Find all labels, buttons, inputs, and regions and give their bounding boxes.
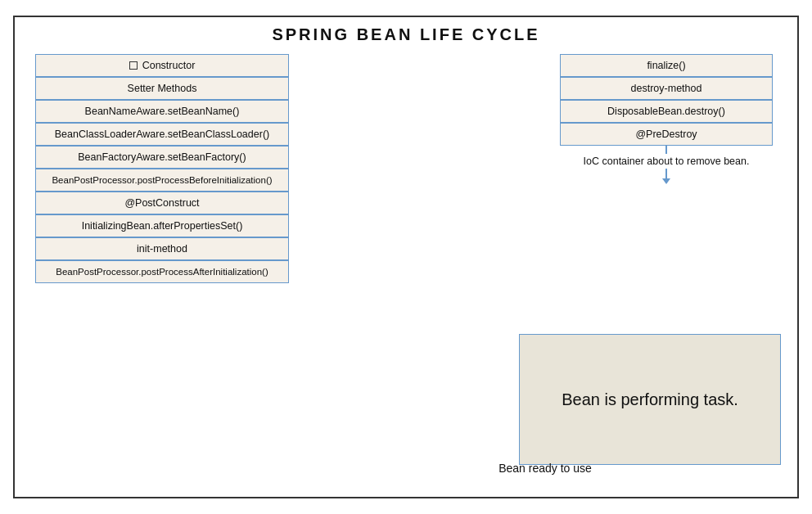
step-destroy-method: destroy-method	[560, 77, 773, 100]
right-steps: finalize() destroy-method DisposableBean…	[560, 54, 773, 184]
ioc-label: IoC container about to remove bean.	[560, 154, 773, 169]
step-init-method: init-method	[35, 237, 289, 260]
step-predestroy: @PreDestroy	[560, 123, 773, 146]
right-column: finalize() destroy-method DisposableBean…	[301, 54, 789, 481]
step-setter: Setter Methods	[35, 77, 289, 100]
left-column: Constructor Setter Methods BeanNameAware…	[23, 54, 301, 481]
diagram-title: SPRING BEAN LIFE CYCLE	[23, 25, 789, 44]
step-beanfactory: BeanFactoryAware.setBeanFactory()	[35, 146, 289, 169]
step-postafter: BeanPostProcessor.postProcessAfterInitia…	[35, 260, 289, 283]
step-constructor: Constructor	[35, 54, 289, 77]
step-finalize: finalize()	[560, 54, 773, 77]
diagram-container: SPRING BEAN LIFE CYCLE Constructor Sette…	[13, 16, 799, 498]
bean-task-box: Bean is performing task.	[519, 334, 781, 465]
step-postbefore: BeanPostProcessor.postProcessBeforeIniti…	[35, 169, 289, 192]
constructor-icon	[129, 61, 138, 70]
bean-ready-label: Bean ready to use	[498, 462, 592, 475]
step-beanname: BeanNameAware.setBeanName()	[35, 100, 289, 123]
step-postconstruct: @PostConstruct	[35, 192, 289, 214]
step-initbean: InitializingBean.afterPropertiesSet()	[35, 214, 289, 237]
step-classloader: BeanClassLoaderAware.setBeanClassLoader(…	[35, 123, 289, 146]
step-disposable: DisposableBean.destroy()	[560, 100, 773, 123]
